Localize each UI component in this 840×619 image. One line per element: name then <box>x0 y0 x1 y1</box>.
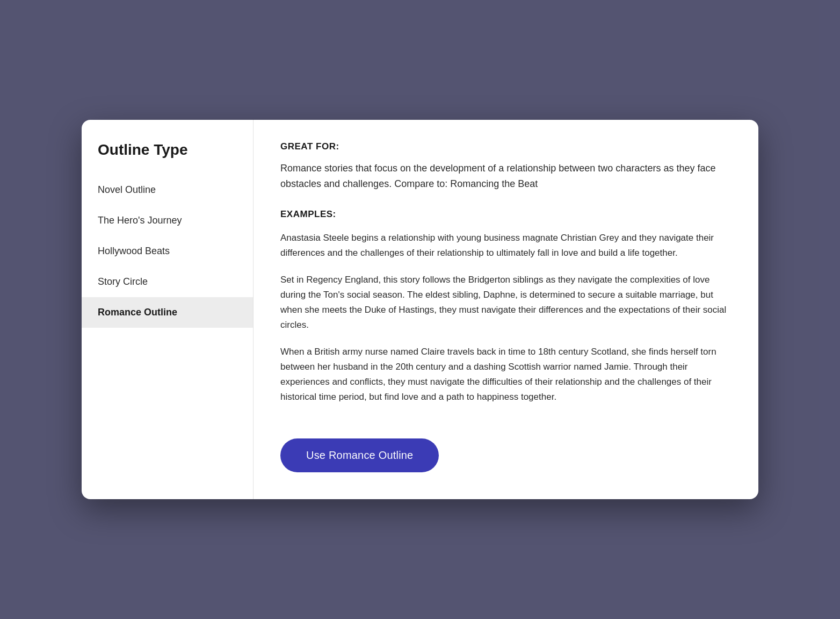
great-for-label: GREAT FOR: <box>280 141 732 152</box>
modal-overlay: Outline Type Novel Outline The Hero's Jo… <box>0 0 840 619</box>
main-content: GREAT FOR: Romance stories that focus on… <box>254 120 758 499</box>
sidebar-item-romance-outline[interactable]: Romance Outline <box>82 297 253 328</box>
sidebar-items: Novel Outline The Hero's Journey Hollywo… <box>82 175 253 328</box>
example-text-2: Set in Regency England, this story follo… <box>280 272 732 333</box>
sidebar-title: Outline Type <box>82 141 253 175</box>
sidebar-item-hollywood-beats[interactable]: Hollywood Beats <box>82 236 253 267</box>
use-romance-outline-button[interactable]: Use Romance Outline <box>280 438 439 472</box>
sidebar-item-story-circle[interactable]: Story Circle <box>82 267 253 297</box>
sidebar: Outline Type Novel Outline The Hero's Jo… <box>82 120 254 499</box>
modal-dialog: Outline Type Novel Outline The Hero's Jo… <box>82 120 758 499</box>
sidebar-item-heros-journey[interactable]: The Hero's Journey <box>82 205 253 236</box>
content-spacer <box>280 417 732 428</box>
example-text-1: Anastasia Steele begins a relationship w… <box>280 231 732 261</box>
sidebar-item-novel-outline[interactable]: Novel Outline <box>82 175 253 205</box>
example-text-3: When a British army nurse named Claire t… <box>280 344 732 405</box>
great-for-text: Romance stories that focus on the develo… <box>280 161 732 192</box>
examples-label: EXAMPLES: <box>280 209 732 220</box>
